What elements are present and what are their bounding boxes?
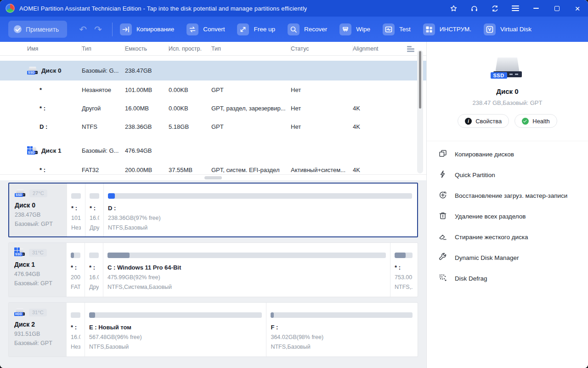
toolbar-button-label: Virtual Disk [500, 26, 531, 33]
disk-card[interactable]: SSD31°CДиск 1476.94GBБазовый: GPT* :200.… [8, 242, 418, 297]
disk-card[interactable]: HDD31°CДиск 2931.51GBБазовый: GPT* :16.0… [8, 302, 418, 357]
toolbar-button-label: Recover [304, 26, 327, 33]
sidebar-menu-item[interactable]: Восстановление загруз. мастер-записи [427, 185, 588, 206]
table-row-partition[interactable]: *Незанятое101.00MB0.00KBGPTНет [0, 80, 426, 99]
partition-block[interactable]: D :238.36GB(97% free)NTFS,Базовый [103, 184, 416, 236]
menu-icon[interactable] [511, 4, 520, 12]
toolbar-button-test[interactable]: Test [383, 23, 411, 35]
partition-capacity: 16.0... [71, 334, 80, 340]
table-row-partition[interactable]: * :Другой16.00MB0.00KBGPT, раздел, зарез… [0, 99, 426, 117]
sidebar-menu-label: Dynamic Disk Manager [455, 254, 519, 261]
ssd-drive-icon: SSD [14, 248, 25, 257]
disk-card-icon-row: SSD31°C [14, 248, 64, 257]
column-header[interactable]: Емкость [125, 45, 169, 52]
panel-splitter[interactable] [0, 174, 426, 180]
partition-name: D : [40, 123, 47, 130]
undo-button[interactable]: ↶ [79, 25, 87, 34]
partition-block[interactable]: * :200...FAT... [66, 243, 85, 297]
partition-filesystem: NTFS,... [395, 284, 413, 290]
row-name-cell: * [15, 86, 82, 93]
disk-card-info[interactable]: SSD31°CДиск 1476.94GBБазовый: GPT [9, 243, 66, 297]
disk-card[interactable]: SSD27°CДиск 0238.47GBБазовый: GPT* :101.… [8, 183, 418, 237]
toolbar-button-копирование[interactable]: Копирование [120, 23, 174, 35]
minimize-icon[interactable] [532, 4, 540, 12]
table-scrollbar[interactable] [417, 50, 423, 173]
maximize-icon[interactable] [553, 4, 561, 12]
row-capacity-cell: 238.36GB [125, 123, 169, 130]
row-capacity-cell: 238.47GB [125, 67, 169, 74]
partition-label: * : [89, 264, 99, 271]
toolbar-button-label: Wipe [356, 26, 370, 33]
disk-card-capacity: 238.47GB [15, 212, 65, 218]
ssd-drive-icon: SSD [15, 189, 26, 197]
partition-filesystem: NTFS,Базовый [271, 344, 413, 350]
table-row-disk[interactable]: SSDДиск 1Базовый: G...476.94GB [0, 141, 426, 161]
disk-card-partitions: * :101....Нез...* :16.0...Дру...D :238.3… [67, 184, 417, 236]
partition-usage-bar [71, 253, 80, 258]
sidebar-menu-item[interactable]: Копирование дисков [427, 144, 588, 165]
health-button[interactable]: Health [514, 114, 557, 128]
star-icon[interactable] [449, 4, 458, 12]
toolbar-button-label: ИНСТРУМ. [440, 26, 471, 33]
toolbar-button-recover[interactable]: Recover [288, 23, 327, 35]
recover-icon [288, 23, 300, 35]
partition-block[interactable]: * :101....Нез... [67, 184, 85, 236]
column-header[interactable]: Тип [82, 45, 125, 52]
partition-block[interactable]: F :364.02GB(98% free)NTFS,Базовый [266, 303, 417, 356]
partition-block[interactable]: * :753.00...NTFS,... [390, 243, 417, 297]
column-header[interactable]: Статус [291, 45, 353, 52]
partition-block[interactable]: * :16.0...Дру... [85, 243, 103, 297]
sidebar-menu-item[interactable]: Стирание жесткого диска [427, 227, 588, 247]
apply-button[interactable]: Применить [8, 21, 67, 38]
partition-block[interactable]: * :16.0...Дру... [85, 184, 103, 236]
column-settings-icon[interactable] [407, 46, 414, 52]
disk-card-capacity: 931.51GB [14, 331, 64, 337]
disk-card-info[interactable]: SSD27°CДиск 0238.47GBБазовый: GPT [9, 184, 67, 236]
column-header[interactable]: Исп. простр. [169, 45, 211, 52]
redo-button[interactable]: ↷ [94, 25, 102, 34]
disk-card-info[interactable]: HDD31°CДиск 2931.51GBБазовый: GPT [9, 303, 66, 356]
partition-label: * : [395, 264, 413, 271]
sidebar-menu-item[interactable]: Удаление всех разделов [427, 206, 588, 227]
disk-name: Диск 0 [41, 67, 61, 74]
apply-label: Применить [26, 26, 59, 33]
table-row-disk[interactable]: SSDДиск 0Базовый: G...238.47GB [0, 61, 426, 80]
table-row-partition[interactable]: D :NTFS238.36GB5.18GBGPTНет4K [0, 117, 426, 136]
properties-button[interactable]: i Свойства [458, 114, 509, 128]
partition-label: * : [71, 205, 81, 212]
virtual-disk-icon [484, 23, 496, 35]
toolbar-button-инструм-[interactable]: ИНСТРУМ. [423, 23, 471, 35]
dynamic-disk-icon [438, 253, 447, 264]
partition-block[interactable]: * :16.0...Нез... [66, 303, 85, 356]
support-headset-icon[interactable] [470, 4, 478, 12]
row-type-cell: Базовый: G... [82, 147, 125, 154]
sidebar-menu-item[interactable]: Dynamic Disk Manager [427, 247, 588, 268]
close-icon[interactable]: × [573, 4, 582, 12]
table-row-partition[interactable]: * :FAT32200.00MB37.55MBGPT, систем. EFI-… [0, 161, 426, 174]
partition-block[interactable]: E : Новый том567.48GB(96% free)NTFS,Базо… [85, 303, 266, 356]
delete-partitions-icon [438, 211, 447, 222]
partition-label: * : [71, 324, 80, 331]
row-used-cell: 5.18GB [169, 123, 211, 130]
toolbar-button-convert[interactable]: Convert [187, 23, 225, 35]
partition-block[interactable]: C : Windows 11 Pro 64-Bit475.99GB(92% fr… [103, 243, 390, 297]
disk-card-scheme: Базовый: GPT [14, 340, 64, 346]
column-header[interactable]: Имя [15, 45, 82, 52]
row-status-cell: Нет [291, 123, 353, 130]
refresh-icon[interactable] [491, 4, 499, 12]
disk-defrag-icon [438, 273, 447, 284]
row-status-cell: Нет [291, 86, 353, 93]
scrollbar-thumb[interactable] [419, 51, 421, 109]
toolbar-button-virtual-disk[interactable]: Virtual Disk [484, 23, 531, 35]
health-icon [522, 118, 529, 125]
partition-used-segment [108, 193, 115, 199]
sidebar-menu-item[interactable]: Quick Partition [427, 165, 588, 185]
toolbar-button-label: Free up [254, 26, 275, 33]
row-type-cell: Базовый: G... [82, 67, 125, 74]
toolbar-button-free-up[interactable]: Free up [237, 23, 275, 35]
column-header[interactable]: Alignment [353, 45, 399, 52]
column-header[interactable]: Тип [211, 45, 291, 52]
sidebar-menu-item[interactable]: Disk Defrag [427, 268, 588, 289]
row-used-cell: 0.00KB [169, 86, 211, 93]
toolbar-button-wipe[interactable]: Wipe [339, 23, 370, 35]
